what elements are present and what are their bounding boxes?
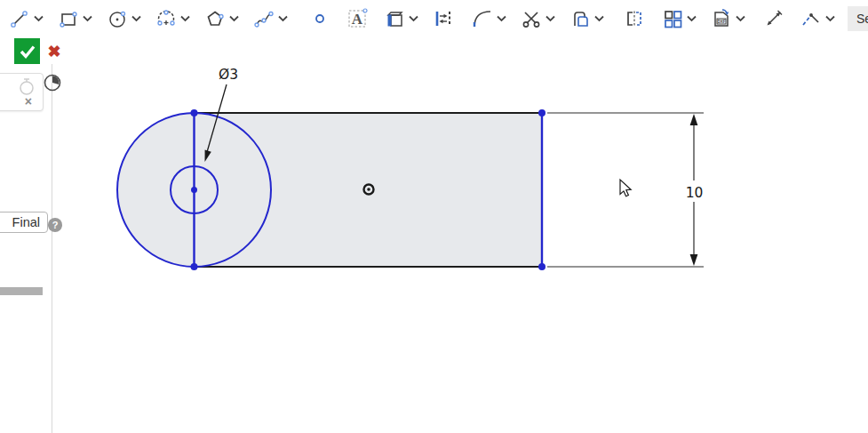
sketch-toolbar: A [0,0,868,37]
search-placeholder: Search tools... [856,12,868,26]
sketch-region-fill[interactable] [117,113,542,267]
use-project-dropdown[interactable] [406,5,421,32]
polygon-icon [204,8,226,29]
insert-dxf-icon: DXF [711,7,732,30]
mouse-cursor [620,180,631,196]
text-icon: A [346,7,370,30]
offset-copy-tool-button[interactable] [568,5,592,32]
accept-sketch-button[interactable] [14,38,40,64]
pattern-tool-button[interactable] [660,5,684,32]
pattern-dropdown[interactable] [684,5,699,32]
panel-divider [52,64,52,433]
use-project-icon [384,8,405,29]
polygon-dropdown[interactable] [227,5,242,32]
panel-scrollbar[interactable] [0,287,43,295]
mirror-icon [624,8,645,29]
spline-dropdown[interactable] [275,5,291,32]
offset-copy-icon [569,8,591,29]
diameter-dimension-label[interactable]: Ø3 [219,67,238,83]
offset-copy-dropdown[interactable] [592,5,607,32]
arc-tool-button[interactable] [154,5,178,32]
vertex-top-left[interactable] [191,109,198,116]
sketch-canvas[interactable]: Ø3 10 [0,0,868,433]
circle-icon [107,8,128,29]
stopwatch-icon [18,76,36,96]
insert-dxf-tool-button[interactable]: DXF [709,5,733,32]
rectangle-tool-button[interactable] [56,5,80,32]
fillet-tool-button[interactable] [470,5,494,32]
mirror-tool-button[interactable] [622,5,646,32]
offset-distance-icon [434,8,453,29]
vertex-top-right[interactable] [538,109,545,116]
circle-dropdown[interactable] [129,5,144,32]
svg-text:A: A [351,11,362,28]
vertex-bottom-left[interactable] [191,263,198,270]
polygon-tool-button[interactable] [203,5,227,32]
dimension-icon [763,8,784,29]
use-project-tool-button[interactable] [382,5,406,32]
dimension-tool-button[interactable] [761,5,785,32]
arc-icon [155,8,177,29]
cancel-sketch-button[interactable]: ✖ [44,41,64,62]
final-button-label: Final [12,215,40,229]
constraint-tool-button[interactable] [799,5,823,32]
line-tool-button[interactable] [7,5,31,32]
circle-center-point[interactable] [191,187,197,193]
height-dimension-label[interactable]: 10 [686,185,704,201]
check-icon [18,44,37,60]
search-tools-input[interactable]: Search tools... a [848,6,868,31]
point-tool-button[interactable] [307,5,331,32]
circle-tool-button[interactable] [105,5,129,32]
feature-flyout-panel: × [0,73,44,111]
point-icon [314,12,326,25]
vertex-bottom-right[interactable] [538,263,545,270]
text-tool-button[interactable]: A [346,5,370,32]
spline-tool-button[interactable] [251,5,275,32]
dxf-icon-label: DXF [717,20,725,24]
rollback-clock-icon[interactable] [43,73,62,92]
arc-dropdown[interactable] [178,5,193,32]
help-icon[interactable]: ? [48,218,62,232]
insert-dxf-dropdown[interactable] [733,5,748,32]
fillet-dropdown[interactable] [494,5,509,32]
offset-distance-tool-button[interactable] [431,5,455,32]
final-button[interactable]: Final [0,212,48,233]
rectangle-icon [58,8,79,29]
line-icon [9,8,30,29]
close-icon: ✖ [47,42,60,61]
trim-dropdown[interactable] [543,5,558,32]
trim-tool-button[interactable] [519,5,543,32]
line-dropdown[interactable] [31,5,46,32]
fillet-icon [471,8,494,29]
spline-icon [253,8,275,29]
trim-icon [520,8,543,29]
rectangle-dropdown[interactable] [80,5,95,32]
constraint-icon [800,8,823,29]
constraint-dropdown[interactable] [823,5,838,32]
flyout-close-icon[interactable]: × [25,94,32,108]
pattern-icon [662,8,683,29]
